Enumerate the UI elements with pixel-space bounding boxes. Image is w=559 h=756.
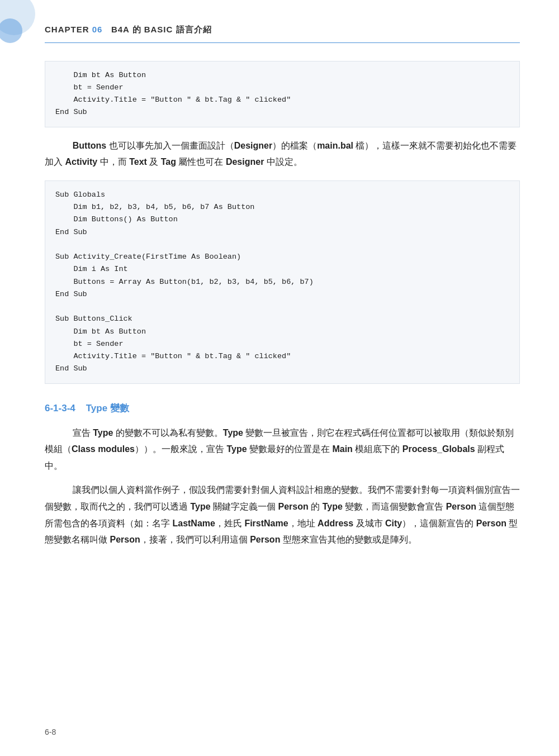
section-num: 6-1-3-4 (45, 403, 75, 413)
section-topic: 變數 (110, 403, 129, 413)
page-number: 6-8 (45, 726, 56, 739)
section-label: Type (86, 403, 110, 413)
chapter-num: 06 (92, 25, 103, 34)
paragraph-3: 讓我們以個人資料當作例子，假設我們需要針對個人資料設計相應的變數。我們不需要針對… (45, 482, 520, 548)
paragraph-2: 宣告 Type 的變數不可以為私有變數。Type 變數一旦被宣告，則它在程式碼任… (45, 425, 520, 474)
chapter-header: CHAPTER 06 B4A 的 BASIC 語言介紹 (45, 22, 520, 43)
paragraph-1: Buttons 也可以事先加入一個畫面設計（Designer）的檔案（main.… (45, 137, 520, 170)
decoration-circles (0, 0, 50, 50)
chapter-label: CHAPTER (45, 25, 89, 34)
section-heading-6134: 6-1-3-4 Type 變數 (45, 401, 520, 417)
chapter-title: CHAPTER 06 B4A 的 BASIC 語言介紹 (45, 22, 212, 37)
code-block-1: Dim bt As Button bt = Sender Activity.Ti… (45, 61, 520, 127)
code-block-2: Sub Globals Dim b1, b2, b3, b4, b5, b6, … (45, 180, 520, 384)
chapter-title-chinese: B4A 的 BASIC 語言介紹 (111, 25, 212, 34)
